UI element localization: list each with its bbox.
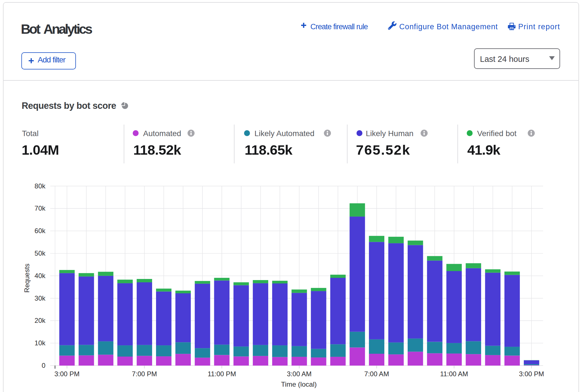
svg-text:Requests: Requests xyxy=(23,263,31,293)
svg-text:50k: 50k xyxy=(35,249,46,257)
svg-text:7:00 AM: 7:00 AM xyxy=(364,370,389,378)
svg-text:11:00 PM: 11:00 PM xyxy=(207,370,236,378)
svg-text:11:00 AM: 11:00 AM xyxy=(440,370,468,378)
svg-text:3:00 PM: 3:00 PM xyxy=(55,370,80,378)
svg-text:20k: 20k xyxy=(35,317,46,324)
svg-text:0: 0 xyxy=(42,362,45,369)
svg-text:40k: 40k xyxy=(35,272,46,280)
svg-text:60k: 60k xyxy=(35,227,46,235)
svg-text:70k: 70k xyxy=(35,204,46,212)
svg-text:Time (local): Time (local) xyxy=(281,380,317,388)
svg-text:30k: 30k xyxy=(35,294,46,302)
svg-text:7:00 PM: 7:00 PM xyxy=(132,370,157,378)
svg-text:3:00 PM: 3:00 PM xyxy=(519,370,544,378)
svg-text:80k: 80k xyxy=(35,182,46,190)
svg-text:3:00 AM: 3:00 AM xyxy=(287,370,312,378)
svg-text:10k: 10k xyxy=(35,339,46,347)
